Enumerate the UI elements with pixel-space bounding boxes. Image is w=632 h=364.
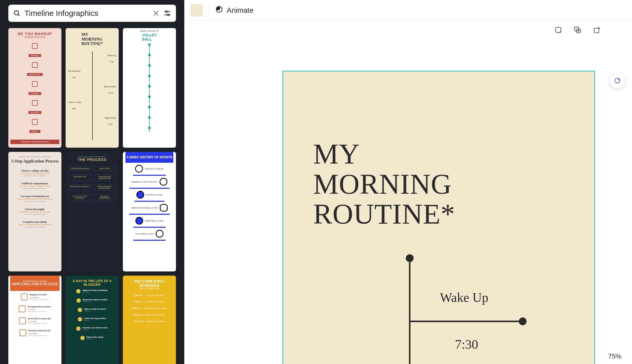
design-page[interactable]: MY MORNING ROUTINE* Wake Up 7:30 Eat bre… bbox=[283, 72, 594, 364]
template-card[interactable]: HUMAN RESOURCES MANAGEMENT THE PROCESS J… bbox=[66, 152, 119, 271]
background-color-swatch[interactable] bbox=[191, 4, 203, 16]
svg-point-9 bbox=[217, 7, 220, 10]
page-actions bbox=[554, 26, 601, 34]
animate-label: Animate bbox=[227, 6, 254, 15]
svg-line-1 bbox=[18, 14, 20, 16]
timeline-horizontal-line[interactable] bbox=[410, 321, 522, 322]
svg-point-7 bbox=[168, 14, 169, 16]
notes-icon[interactable] bbox=[554, 26, 562, 34]
template-title: MY MORNING ROUTINE* bbox=[81, 32, 103, 46]
template-card[interactable]: A BRIEF HISTORY OF VOLLEY BALL bbox=[123, 28, 176, 148]
template-card[interactable]: A BRIEF HISTORY OF SPORTS BOWLING IN 520… bbox=[123, 152, 176, 271]
templates-sidebar: BE YOU MAKEUP ORDER PROCESS BROWSE HOW T… bbox=[0, 0, 184, 364]
template-card[interactable]: PET CARE DAILY SCHEDULE How to be a bett… bbox=[123, 276, 176, 364]
add-page-icon[interactable] bbox=[593, 26, 601, 34]
editor-topbar: Animate bbox=[184, 0, 632, 21]
search-input[interactable] bbox=[24, 9, 148, 18]
svg-point-0 bbox=[14, 11, 18, 15]
template-card[interactable]: A DAY IN THE LIFE OF A BLOGGER 1Wake and… bbox=[66, 276, 119, 364]
template-subtitle: ORDER PROCESS bbox=[24, 36, 45, 38]
editor-main: Animate MY MORNING ROUTINE* bbox=[184, 0, 632, 364]
search-box bbox=[8, 5, 176, 22]
search-icon bbox=[13, 9, 21, 17]
canvas[interactable]: MY MORNING ROUTINE* Wake Up 7:30 Eat bre… bbox=[184, 21, 632, 364]
timeline-item-label[interactable]: Wake Up bbox=[440, 290, 488, 305]
template-grid: BE YOU MAKEUP ORDER PROCESS BROWSE HOW T… bbox=[0, 25, 184, 364]
divider bbox=[209, 5, 209, 16]
clear-search-icon[interactable] bbox=[152, 9, 160, 17]
animate-icon bbox=[215, 5, 223, 15]
page-title[interactable]: MY MORNING ROUTINE* bbox=[313, 139, 455, 229]
animate-button[interactable]: Animate bbox=[215, 5, 254, 15]
ai-assist-button[interactable] bbox=[610, 73, 625, 88]
svg-rect-15 bbox=[594, 28, 599, 33]
timeline-dot[interactable] bbox=[406, 254, 414, 262]
template-card[interactable]: MY MORNING ROUTINE* Wake Up 7:30 Eat bre… bbox=[66, 28, 119, 148]
template-card[interactable]: BE YOU MAKEUP ORDER PROCESS BROWSE HOW T… bbox=[8, 28, 61, 148]
timeline-item-time[interactable]: 7:30 bbox=[455, 337, 478, 352]
template-card[interactable]: A PREPARATORY TIMELINEAPPLYING FOR COLLE… bbox=[8, 276, 61, 364]
duplicate-page-icon[interactable] bbox=[574, 26, 582, 34]
search-wrap bbox=[0, 0, 184, 25]
svg-point-5 bbox=[166, 11, 167, 12]
template-title: BE YOU MAKEUP bbox=[18, 32, 52, 36]
filter-icon[interactable] bbox=[163, 9, 171, 17]
template-card[interactable]: READY FOR UNIVERSITY? HERE'S A 5-Step Ap… bbox=[8, 152, 61, 271]
zoom-level[interactable]: 75% bbox=[608, 352, 622, 360]
timeline-vertical-line[interactable] bbox=[409, 259, 410, 364]
timeline-dot[interactable] bbox=[519, 317, 527, 325]
